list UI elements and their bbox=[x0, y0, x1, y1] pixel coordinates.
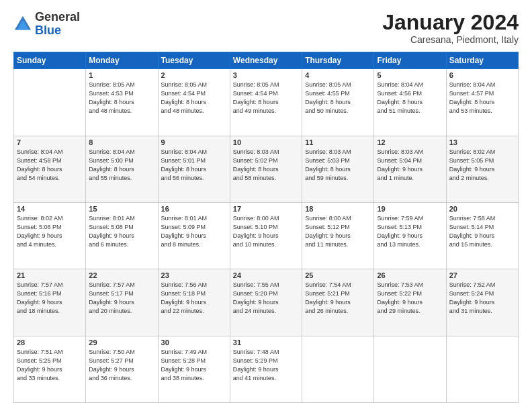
calendar-cell: 13Sunrise: 8:02 AM Sunset: 5:05 PM Dayli… bbox=[446, 136, 518, 202]
calendar-cell: 26Sunrise: 7:53 AM Sunset: 5:22 PM Dayli… bbox=[374, 269, 446, 336]
day-info: Sunrise: 8:04 AM Sunset: 4:57 PM Dayligh… bbox=[449, 81, 515, 116]
day-number: 20 bbox=[449, 205, 515, 213]
logo-icon bbox=[13, 15, 32, 34]
calendar-cell: 3Sunrise: 8:05 AM Sunset: 4:54 PM Daylig… bbox=[230, 69, 302, 136]
calendar-cell: 4Sunrise: 8:05 AM Sunset: 4:55 PM Daylig… bbox=[302, 69, 374, 136]
weekday-header-wednesday: Wednesday bbox=[230, 52, 302, 69]
day-number: 5 bbox=[377, 71, 443, 79]
logo-blue-text: Blue bbox=[35, 24, 61, 37]
day-number: 26 bbox=[377, 271, 443, 279]
day-info: Sunrise: 7:54 AM Sunset: 5:21 PM Dayligh… bbox=[305, 281, 371, 316]
day-number: 24 bbox=[233, 271, 299, 279]
day-info: Sunrise: 7:50 AM Sunset: 5:27 PM Dayligh… bbox=[89, 348, 154, 383]
day-info: Sunrise: 8:04 AM Sunset: 5:01 PM Dayligh… bbox=[161, 148, 227, 183]
day-number: 29 bbox=[89, 338, 154, 347]
day-info: Sunrise: 8:02 AM Sunset: 5:06 PM Dayligh… bbox=[17, 214, 83, 249]
weekday-header-monday: Monday bbox=[86, 52, 158, 69]
calendar-cell: 24Sunrise: 7:55 AM Sunset: 5:20 PM Dayli… bbox=[230, 269, 302, 336]
calendar-cell bbox=[374, 336, 446, 402]
calendar-week-row: 21Sunrise: 7:57 AM Sunset: 5:16 PM Dayli… bbox=[14, 269, 519, 336]
calendar-cell: 6Sunrise: 8:04 AM Sunset: 4:57 PM Daylig… bbox=[446, 69, 518, 136]
day-info: Sunrise: 8:00 AM Sunset: 5:12 PM Dayligh… bbox=[305, 214, 371, 249]
calendar-cell: 17Sunrise: 8:00 AM Sunset: 5:10 PM Dayli… bbox=[230, 202, 302, 269]
title-block: January 2024 Caresana, Piedmont, Italy bbox=[382, 11, 519, 45]
calendar-cell: 8Sunrise: 8:04 AM Sunset: 5:00 PM Daylig… bbox=[86, 136, 158, 202]
day-number: 15 bbox=[89, 205, 154, 213]
day-number: 16 bbox=[161, 205, 227, 213]
day-info: Sunrise: 8:01 AM Sunset: 5:09 PM Dayligh… bbox=[161, 214, 227, 249]
day-number: 19 bbox=[377, 205, 443, 213]
day-info: Sunrise: 7:48 AM Sunset: 5:29 PM Dayligh… bbox=[233, 348, 299, 383]
day-number: 13 bbox=[449, 138, 515, 146]
weekday-header-saturday: Saturday bbox=[446, 52, 518, 69]
day-number: 28 bbox=[17, 338, 83, 347]
calendar-cell: 27Sunrise: 7:52 AM Sunset: 5:24 PM Dayli… bbox=[446, 269, 518, 336]
calendar-cell: 12Sunrise: 8:03 AM Sunset: 5:04 PM Dayli… bbox=[374, 136, 446, 202]
day-info: Sunrise: 8:04 AM Sunset: 4:58 PM Dayligh… bbox=[17, 148, 83, 183]
day-info: Sunrise: 7:49 AM Sunset: 5:28 PM Dayligh… bbox=[161, 348, 227, 383]
day-number: 31 bbox=[233, 338, 299, 347]
day-number: 17 bbox=[233, 205, 299, 213]
calendar-cell: 2Sunrise: 8:05 AM Sunset: 4:54 PM Daylig… bbox=[158, 69, 230, 136]
day-info: Sunrise: 7:51 AM Sunset: 5:25 PM Dayligh… bbox=[17, 348, 83, 383]
day-number: 25 bbox=[305, 271, 371, 279]
day-info: Sunrise: 8:03 AM Sunset: 5:03 PM Dayligh… bbox=[305, 148, 371, 183]
calendar-cell: 29Sunrise: 7:50 AM Sunset: 5:27 PM Dayli… bbox=[86, 336, 158, 402]
calendar-cell bbox=[446, 336, 518, 402]
page: General Blue January 2024 Caresana, Pied… bbox=[0, 0, 532, 411]
calendar-cell: 15Sunrise: 8:01 AM Sunset: 5:08 PM Dayli… bbox=[86, 202, 158, 269]
calendar-cell: 16Sunrise: 8:01 AM Sunset: 5:09 PM Dayli… bbox=[158, 202, 230, 269]
calendar-table: SundayMondayTuesdayWednesdayThursdayFrid… bbox=[13, 52, 519, 403]
calendar-week-row: 28Sunrise: 7:51 AM Sunset: 5:25 PM Dayli… bbox=[14, 336, 519, 402]
weekday-header-tuesday: Tuesday bbox=[158, 52, 230, 69]
logo: General Blue bbox=[13, 11, 80, 38]
day-info: Sunrise: 8:05 AM Sunset: 4:55 PM Dayligh… bbox=[305, 81, 371, 116]
day-number: 6 bbox=[449, 71, 515, 79]
day-info: Sunrise: 8:02 AM Sunset: 5:05 PM Dayligh… bbox=[449, 148, 515, 183]
calendar-cell: 19Sunrise: 7:59 AM Sunset: 5:13 PM Dayli… bbox=[374, 202, 446, 269]
day-number: 7 bbox=[17, 138, 83, 146]
day-number: 8 bbox=[89, 138, 154, 146]
calendar-cell: 28Sunrise: 7:51 AM Sunset: 5:25 PM Dayli… bbox=[14, 336, 86, 402]
calendar-week-row: 14Sunrise: 8:02 AM Sunset: 5:06 PM Dayli… bbox=[14, 202, 519, 269]
day-info: Sunrise: 7:57 AM Sunset: 5:16 PM Dayligh… bbox=[17, 281, 83, 316]
day-number: 14 bbox=[17, 205, 83, 213]
day-info: Sunrise: 8:05 AM Sunset: 4:53 PM Dayligh… bbox=[89, 81, 154, 116]
location-subtitle: Caresana, Piedmont, Italy bbox=[382, 34, 519, 45]
weekday-header-friday: Friday bbox=[374, 52, 446, 69]
day-info: Sunrise: 8:05 AM Sunset: 4:54 PM Dayligh… bbox=[161, 81, 227, 116]
day-info: Sunrise: 7:52 AM Sunset: 5:24 PM Dayligh… bbox=[449, 281, 515, 316]
calendar-cell bbox=[14, 69, 86, 136]
day-info: Sunrise: 8:04 AM Sunset: 5:00 PM Dayligh… bbox=[89, 148, 154, 183]
calendar-cell: 25Sunrise: 7:54 AM Sunset: 5:21 PM Dayli… bbox=[302, 269, 374, 336]
calendar-cell: 18Sunrise: 8:00 AM Sunset: 5:12 PM Dayli… bbox=[302, 202, 374, 269]
day-info: Sunrise: 8:03 AM Sunset: 5:02 PM Dayligh… bbox=[233, 148, 299, 183]
calendar-cell: 30Sunrise: 7:49 AM Sunset: 5:28 PM Dayli… bbox=[158, 336, 230, 402]
calendar-cell: 21Sunrise: 7:57 AM Sunset: 5:16 PM Dayli… bbox=[14, 269, 86, 336]
logo-general: General bbox=[35, 10, 80, 24]
day-info: Sunrise: 7:59 AM Sunset: 5:13 PM Dayligh… bbox=[377, 214, 443, 249]
month-title: January 2024 bbox=[382, 11, 519, 34]
day-number: 30 bbox=[161, 338, 227, 347]
calendar-cell: 5Sunrise: 8:04 AM Sunset: 4:56 PM Daylig… bbox=[374, 69, 446, 136]
day-number: 11 bbox=[305, 138, 371, 146]
day-number: 10 bbox=[233, 138, 299, 146]
day-number: 1 bbox=[89, 71, 154, 79]
weekday-header-sunday: Sunday bbox=[14, 52, 86, 69]
day-info: Sunrise: 7:57 AM Sunset: 5:17 PM Dayligh… bbox=[89, 281, 154, 316]
day-info: Sunrise: 8:01 AM Sunset: 5:08 PM Dayligh… bbox=[89, 214, 154, 249]
day-number: 22 bbox=[89, 271, 154, 279]
logo-text: General Blue bbox=[35, 11, 80, 38]
calendar-week-row: 1Sunrise: 8:05 AM Sunset: 4:53 PM Daylig… bbox=[14, 69, 519, 136]
calendar-cell: 10Sunrise: 8:03 AM Sunset: 5:02 PM Dayli… bbox=[230, 136, 302, 202]
day-number: 23 bbox=[161, 271, 227, 279]
day-number: 27 bbox=[449, 271, 515, 279]
day-info: Sunrise: 8:03 AM Sunset: 5:04 PM Dayligh… bbox=[377, 148, 443, 183]
day-info: Sunrise: 8:00 AM Sunset: 5:10 PM Dayligh… bbox=[233, 214, 299, 249]
day-info: Sunrise: 7:55 AM Sunset: 5:20 PM Dayligh… bbox=[233, 281, 299, 316]
calendar-header-row: SundayMondayTuesdayWednesdayThursdayFrid… bbox=[14, 52, 519, 69]
day-number: 3 bbox=[233, 71, 299, 79]
calendar-cell bbox=[302, 336, 374, 402]
day-number: 12 bbox=[377, 138, 443, 146]
calendar-cell: 22Sunrise: 7:57 AM Sunset: 5:17 PM Dayli… bbox=[86, 269, 158, 336]
